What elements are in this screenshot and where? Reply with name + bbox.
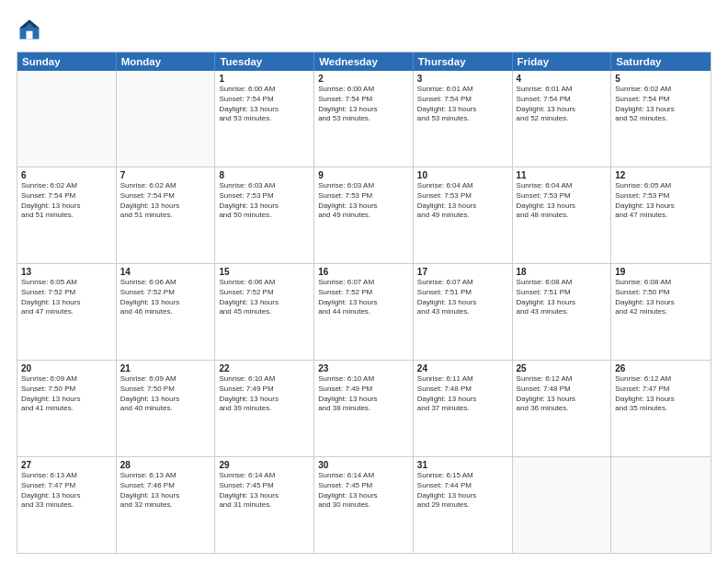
day-cell-18: 18Sunrise: 6:08 AM Sunset: 7:51 PM Dayli… xyxy=(513,264,612,360)
day-number: 4 xyxy=(517,74,608,84)
day-number: 30 xyxy=(318,460,409,470)
day-info: Sunrise: 6:10 AM Sunset: 7:49 PM Dayligh… xyxy=(219,374,310,414)
day-cell-30: 30Sunrise: 6:14 AM Sunset: 7:45 PM Dayli… xyxy=(314,457,414,553)
day-number: 22 xyxy=(219,363,310,373)
empty-cell xyxy=(513,457,612,553)
day-number: 24 xyxy=(417,363,508,373)
svg-rect-2 xyxy=(27,31,33,40)
day-number: 26 xyxy=(615,363,707,373)
day-number: 17 xyxy=(417,267,508,277)
day-info: Sunrise: 6:12 AM Sunset: 7:48 PM Dayligh… xyxy=(517,374,608,414)
day-cell-6: 6Sunrise: 6:02 AM Sunset: 7:54 PM Daylig… xyxy=(17,167,117,263)
day-info: Sunrise: 6:07 AM Sunset: 7:51 PM Dayligh… xyxy=(417,278,508,317)
day-number: 11 xyxy=(517,170,608,180)
calendar-row-4: 20Sunrise: 6:09 AM Sunset: 7:50 PM Dayli… xyxy=(17,361,711,457)
empty-cell xyxy=(117,71,216,167)
day-info: Sunrise: 6:09 AM Sunset: 7:50 PM Dayligh… xyxy=(21,374,112,414)
day-info: Sunrise: 6:10 AM Sunset: 7:49 PM Dayligh… xyxy=(318,374,409,414)
day-number: 27 xyxy=(21,460,112,470)
day-info: Sunrise: 6:00 AM Sunset: 7:54 PM Dayligh… xyxy=(318,85,409,124)
day-number: 10 xyxy=(417,170,508,180)
day-cell-31: 31Sunrise: 6:15 AM Sunset: 7:44 PM Dayli… xyxy=(414,457,513,553)
calendar-row-5: 27Sunrise: 6:13 AM Sunset: 7:47 PM Dayli… xyxy=(17,457,711,553)
day-info: Sunrise: 6:02 AM Sunset: 7:54 PM Dayligh… xyxy=(120,181,211,221)
day-number: 9 xyxy=(318,170,409,180)
day-cell-9: 9Sunrise: 6:03 AM Sunset: 7:53 PM Daylig… xyxy=(314,167,414,263)
day-cell-19: 19Sunrise: 6:08 AM Sunset: 7:50 PM Dayli… xyxy=(611,264,711,360)
day-info: Sunrise: 6:03 AM Sunset: 7:53 PM Dayligh… xyxy=(219,181,310,221)
logo xyxy=(17,17,46,42)
day-number: 21 xyxy=(120,363,211,373)
day-cell-21: 21Sunrise: 6:09 AM Sunset: 7:50 PM Dayli… xyxy=(117,361,216,456)
day-cell-7: 7Sunrise: 6:02 AM Sunset: 7:54 PM Daylig… xyxy=(117,167,216,263)
day-number: 6 xyxy=(21,170,112,180)
day-info: Sunrise: 6:03 AM Sunset: 7:53 PM Dayligh… xyxy=(318,181,409,221)
day-cell-2: 2Sunrise: 6:00 AM Sunset: 7:54 PM Daylig… xyxy=(314,71,414,167)
day-cell-11: 11Sunrise: 6:04 AM Sunset: 7:53 PM Dayli… xyxy=(513,167,612,263)
day-info: Sunrise: 6:04 AM Sunset: 7:53 PM Dayligh… xyxy=(517,181,608,221)
day-info: Sunrise: 6:08 AM Sunset: 7:51 PM Dayligh… xyxy=(517,278,608,317)
day-cell-13: 13Sunrise: 6:05 AM Sunset: 7:52 PM Dayli… xyxy=(17,264,117,360)
day-number: 5 xyxy=(615,74,707,84)
day-cell-20: 20Sunrise: 6:09 AM Sunset: 7:50 PM Dayli… xyxy=(17,361,117,456)
day-info: Sunrise: 6:09 AM Sunset: 7:50 PM Dayligh… xyxy=(120,374,211,414)
day-number: 8 xyxy=(219,170,310,180)
day-cell-5: 5Sunrise: 6:02 AM Sunset: 7:54 PM Daylig… xyxy=(611,71,711,167)
day-info: Sunrise: 6:00 AM Sunset: 7:54 PM Dayligh… xyxy=(219,85,310,124)
day-info: Sunrise: 6:11 AM Sunset: 7:48 PM Dayligh… xyxy=(417,374,508,414)
calendar-row-2: 6Sunrise: 6:02 AM Sunset: 7:54 PM Daylig… xyxy=(17,167,711,264)
day-number: 29 xyxy=(219,460,310,470)
calendar-row-1: 1Sunrise: 6:00 AM Sunset: 7:54 PM Daylig… xyxy=(17,71,711,167)
day-cell-15: 15Sunrise: 6:06 AM Sunset: 7:52 PM Dayli… xyxy=(215,264,314,360)
header-day-sunday: Sunday xyxy=(17,52,117,71)
day-cell-17: 17Sunrise: 6:07 AM Sunset: 7:51 PM Dayli… xyxy=(414,264,513,360)
header-day-tuesday: Tuesday xyxy=(215,52,314,71)
page: SundayMondayTuesdayWednesdayThursdayFrid… xyxy=(0,0,728,563)
day-number: 28 xyxy=(120,460,211,470)
day-info: Sunrise: 6:02 AM Sunset: 7:54 PM Dayligh… xyxy=(615,85,707,124)
day-number: 1 xyxy=(219,74,310,84)
day-cell-29: 29Sunrise: 6:14 AM Sunset: 7:45 PM Dayli… xyxy=(215,457,314,553)
header xyxy=(17,17,711,42)
day-cell-8: 8Sunrise: 6:03 AM Sunset: 7:53 PM Daylig… xyxy=(215,167,314,263)
logo-icon xyxy=(17,17,42,42)
day-number: 15 xyxy=(219,267,310,277)
day-cell-24: 24Sunrise: 6:11 AM Sunset: 7:48 PM Dayli… xyxy=(414,361,513,456)
day-number: 12 xyxy=(615,170,707,180)
day-cell-4: 4Sunrise: 6:01 AM Sunset: 7:54 PM Daylig… xyxy=(513,71,612,167)
day-info: Sunrise: 6:01 AM Sunset: 7:54 PM Dayligh… xyxy=(517,85,608,124)
day-cell-10: 10Sunrise: 6:04 AM Sunset: 7:53 PM Dayli… xyxy=(414,167,513,263)
day-info: Sunrise: 6:13 AM Sunset: 7:47 PM Dayligh… xyxy=(21,471,112,511)
calendar-row-3: 13Sunrise: 6:05 AM Sunset: 7:52 PM Dayli… xyxy=(17,264,711,361)
day-info: Sunrise: 6:07 AM Sunset: 7:52 PM Dayligh… xyxy=(318,278,409,317)
day-number: 19 xyxy=(615,267,707,277)
day-cell-27: 27Sunrise: 6:13 AM Sunset: 7:47 PM Dayli… xyxy=(17,457,117,553)
day-info: Sunrise: 6:14 AM Sunset: 7:45 PM Dayligh… xyxy=(219,471,310,511)
calendar-header: SundayMondayTuesdayWednesdayThursdayFrid… xyxy=(17,52,711,71)
day-cell-28: 28Sunrise: 6:13 AM Sunset: 7:46 PM Dayli… xyxy=(117,457,216,553)
day-info: Sunrise: 6:14 AM Sunset: 7:45 PM Dayligh… xyxy=(318,471,409,511)
day-number: 3 xyxy=(417,74,508,84)
day-info: Sunrise: 6:12 AM Sunset: 7:47 PM Dayligh… xyxy=(615,374,707,414)
day-number: 18 xyxy=(517,267,608,277)
day-info: Sunrise: 6:05 AM Sunset: 7:52 PM Dayligh… xyxy=(21,278,112,317)
day-number: 20 xyxy=(21,363,112,373)
header-day-friday: Friday xyxy=(513,52,612,71)
day-cell-14: 14Sunrise: 6:06 AM Sunset: 7:52 PM Dayli… xyxy=(117,264,216,360)
day-cell-25: 25Sunrise: 6:12 AM Sunset: 7:48 PM Dayli… xyxy=(513,361,612,456)
calendar: SundayMondayTuesdayWednesdayThursdayFrid… xyxy=(17,52,711,554)
day-info: Sunrise: 6:13 AM Sunset: 7:46 PM Dayligh… xyxy=(120,471,211,511)
calendar-body: 1Sunrise: 6:00 AM Sunset: 7:54 PM Daylig… xyxy=(17,71,711,553)
header-day-saturday: Saturday xyxy=(611,52,711,71)
day-number: 23 xyxy=(318,363,409,373)
day-cell-16: 16Sunrise: 6:07 AM Sunset: 7:52 PM Dayli… xyxy=(314,264,414,360)
day-info: Sunrise: 6:06 AM Sunset: 7:52 PM Dayligh… xyxy=(219,278,310,317)
day-cell-26: 26Sunrise: 6:12 AM Sunset: 7:47 PM Dayli… xyxy=(611,361,711,456)
day-cell-1: 1Sunrise: 6:00 AM Sunset: 7:54 PM Daylig… xyxy=(215,71,314,167)
day-number: 13 xyxy=(21,267,112,277)
day-cell-3: 3Sunrise: 6:01 AM Sunset: 7:54 PM Daylig… xyxy=(414,71,513,167)
day-number: 2 xyxy=(318,74,409,84)
header-day-thursday: Thursday xyxy=(414,52,513,71)
day-number: 14 xyxy=(120,267,211,277)
day-number: 31 xyxy=(417,460,508,470)
